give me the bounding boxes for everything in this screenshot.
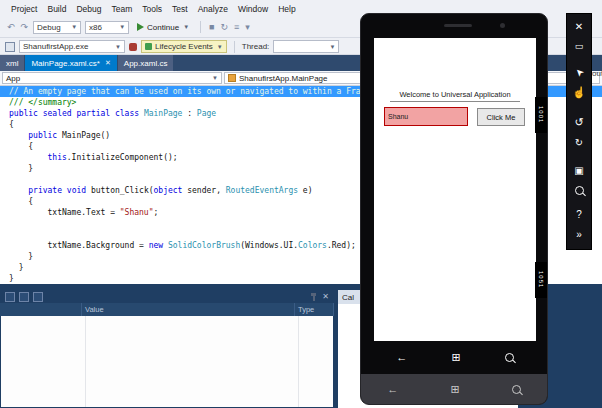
front-camera — [500, 23, 505, 28]
emulator-screen[interactable] — [374, 38, 536, 341]
tab-mainpage-xaml-cs[interactable]: MainPage.xaml.cs* ✕ — [25, 55, 116, 71]
column-divider — [298, 316, 299, 407]
windows-icon[interactable]: ⊞ — [450, 383, 459, 396]
chevron-down-icon: ▼ — [325, 44, 335, 50]
close-icon[interactable]: ✕ — [566, 16, 592, 36]
menu-item-debug[interactable]: Debug — [71, 4, 106, 14]
member-value: ShanufirstApp.MainPage — [239, 74, 328, 83]
type-value: App — [6, 74, 20, 83]
search-icon[interactable] — [512, 385, 521, 394]
type-dropdown[interactable]: App ▼ — [2, 72, 222, 84]
tab-label: App.xaml.cs — [124, 59, 168, 68]
menu-item-team[interactable]: Team — [106, 4, 137, 14]
watch-panel-body[interactable] — [1, 316, 333, 407]
continue-button[interactable]: Continue ▼ — [133, 20, 193, 35]
stop-icon[interactable]: ■ — [208, 22, 215, 32]
pointer-icon[interactable]: ➤ — [566, 62, 592, 82]
column-header-type: Type — [295, 303, 334, 316]
tab-label: xml — [6, 59, 18, 68]
process-value: ShanufirstApp.exe — [23, 42, 88, 51]
menu-item-project[interactable]: Project — [6, 4, 42, 14]
menu-item-test[interactable]: Test — [167, 4, 193, 14]
navigate-back-icon[interactable]: ↶ — [6, 22, 16, 32]
emulator-edge-tab-bottom[interactable]: 1051 — [535, 262, 547, 298]
zoom-icon[interactable] — [566, 180, 592, 200]
callstack-panel-title: Cal — [342, 293, 354, 302]
back-icon[interactable]: ← — [396, 351, 407, 363]
tab-app-xaml-cs[interactable]: App.xaml.cs — [118, 55, 174, 71]
watch-toolbar-icon[interactable] — [33, 292, 43, 302]
debug-configuration-value: Debug — [37, 23, 61, 32]
help-icon[interactable]: ? — [566, 204, 592, 224]
name-textbox-value: Shanu — [388, 113, 408, 120]
emulator-edge-tab-top[interactable]: 1001 — [535, 97, 547, 133]
right-edge-text: out — [592, 69, 602, 78]
phone-hardware-buttons: ← ⊞ — [374, 344, 536, 370]
debug-configuration-combo[interactable]: Debug ▼ — [33, 21, 81, 34]
thread-combo[interactable]: ▼ — [273, 40, 339, 53]
chevron-down-icon: ▼ — [111, 44, 121, 50]
name-textbox[interactable]: Shanu — [384, 107, 468, 126]
hand-icon[interactable]: ☝ — [566, 82, 592, 102]
chevron-down-icon: ▼ — [67, 24, 77, 30]
rotate-right-icon[interactable]: ↻ — [566, 132, 592, 152]
step-icon[interactable]: ≡ — [233, 22, 240, 32]
emulator-bottom-bar: ← ⊞ — [361, 374, 547, 404]
close-icon[interactable]: ✕ — [105, 59, 111, 67]
watch-panel-toolbar: ✕ — [0, 290, 334, 303]
navigate-forward-icon[interactable]: ↷ — [20, 22, 30, 32]
expand-icon[interactable]: » — [566, 224, 592, 244]
speaker-slot — [444, 24, 472, 27]
minimize-icon[interactable]: ▭ — [566, 36, 592, 56]
column-header-name — [0, 303, 82, 316]
lifecycle-events-combo[interactable]: Lifecycle Events ▼ — [141, 40, 227, 53]
chevron-down-icon: ▼ — [179, 24, 189, 30]
app-title: Welcome to Universal Application — [390, 90, 520, 102]
rotate-left-icon[interactable]: ↺ — [566, 112, 592, 132]
thread-label: Thread: — [242, 42, 270, 51]
emulator-toolbar: ✕▭➤☝↺↻▣?» — [566, 13, 592, 250]
search-icon[interactable] — [505, 353, 514, 362]
close-icon[interactable]: ✕ — [322, 292, 329, 301]
watch-toolbar-icon[interactable] — [19, 292, 29, 302]
chevron-down-icon: ▼ — [213, 44, 223, 50]
watch-toolbar-icon[interactable] — [5, 292, 15, 302]
tab-xaml[interactable]: xml — [0, 55, 24, 71]
column-header-value: Value — [82, 303, 295, 316]
snapshot-icon[interactable] — [129, 43, 137, 51]
play-icon — [137, 23, 144, 31]
chevron-down-icon: ▼ — [115, 24, 125, 30]
click-me-button[interactable]: Click Me — [477, 108, 525, 126]
windows-icon[interactable]: ⊞ — [451, 351, 460, 364]
menu-item-help[interactable]: Help — [273, 4, 300, 14]
continue-label: Continue — [147, 23, 179, 32]
tab-label: MainPage.xaml.cs* — [31, 59, 99, 68]
tag-icon — [145, 43, 152, 50]
fit-to-screen-icon[interactable]: ▣ — [566, 160, 592, 180]
column-divider — [85, 316, 86, 407]
process-combo[interactable]: ShanufirstApp.exe ▼ — [19, 40, 125, 53]
platform-value: x86 — [89, 23, 102, 32]
menu-item-tools[interactable]: Tools — [137, 4, 167, 14]
toolbar-separator — [234, 41, 235, 53]
watch-column-headers: Value Type — [0, 303, 334, 316]
lifecycle-events-value: Lifecycle Events — [155, 42, 213, 51]
chevron-down-icon[interactable]: ▾ — [244, 22, 251, 32]
platform-combo[interactable]: x86 ▼ — [85, 21, 129, 34]
restart-icon[interactable]: ↻ — [220, 22, 230, 32]
back-icon[interactable]: ← — [387, 383, 398, 395]
pin-icon[interactable] — [310, 293, 317, 301]
menu-item-window[interactable]: Window — [233, 4, 273, 14]
menu-item-analyze[interactable]: Analyze — [193, 4, 233, 14]
process-icon — [5, 42, 15, 52]
menu-item-build[interactable]: Build — [42, 4, 71, 14]
toolbar-separator — [200, 21, 201, 33]
chevron-down-icon: ▼ — [212, 75, 218, 81]
class-icon — [228, 74, 236, 82]
